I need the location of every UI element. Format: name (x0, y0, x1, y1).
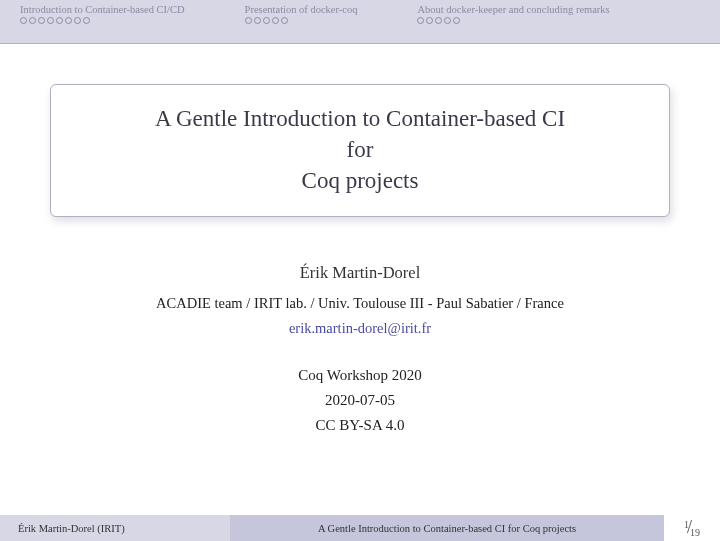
progress-dot[interactable] (245, 17, 252, 24)
event-date: 2020-07-05 (40, 392, 680, 409)
progress-dot[interactable] (435, 17, 442, 24)
title-line-1: A Gentle Introduction to Container-based… (65, 103, 655, 134)
progress-dot[interactable] (254, 17, 261, 24)
nav-section-2-label: Presentation of docker-coq (245, 4, 358, 15)
progress-dot[interactable] (417, 17, 424, 24)
progress-dot[interactable] (263, 17, 270, 24)
page-fraction: 1/19 (684, 517, 700, 538)
progress-dot[interactable] (29, 17, 36, 24)
event-block: Coq Workshop 2020 2020-07-05 CC BY-SA 4.… (40, 367, 680, 434)
nav-section-3[interactable]: About docker-keeper and concluding remar… (417, 4, 609, 43)
nav-section-3-label: About docker-keeper and concluding remar… (417, 4, 609, 15)
title-line-3: Coq projects (65, 165, 655, 196)
nav-section-1-label: Introduction to Container-based CI/CD (20, 4, 185, 15)
title-line-2: for (65, 134, 655, 165)
progress-dot[interactable] (453, 17, 460, 24)
progress-dot[interactable] (281, 17, 288, 24)
progress-dot[interactable] (74, 17, 81, 24)
footer-title: A Gentle Introduction to Container-based… (230, 515, 664, 541)
progress-dot[interactable] (426, 17, 433, 24)
progress-dot[interactable] (65, 17, 72, 24)
author-affiliation: ACADIE team / IRIT lab. / Univ. Toulouse… (40, 295, 680, 312)
slide-main: A Gentle Introduction to Container-based… (0, 44, 720, 434)
progress-dot[interactable] (20, 17, 27, 24)
progress-dot[interactable] (47, 17, 54, 24)
nav-section-1-dots (20, 17, 185, 24)
event-license: CC BY-SA 4.0 (40, 417, 680, 434)
author-name: Érik Martin-Dorel (40, 263, 680, 283)
author-email[interactable]: erik.martin-dorel@irit.fr (40, 320, 680, 337)
page-total: 19 (690, 528, 700, 539)
footer-pagenum: 1/19 (664, 515, 720, 541)
progress-dot[interactable] (38, 17, 45, 24)
event-venue: Coq Workshop 2020 (40, 367, 680, 384)
footer: Érik Martin-Dorel (IRIT) A Gentle Introd… (0, 515, 720, 541)
nav-section-1[interactable]: Introduction to Container-based CI/CD (20, 4, 185, 43)
progress-dot[interactable] (272, 17, 279, 24)
title-box: A Gentle Introduction to Container-based… (50, 84, 670, 217)
footer-author: Érik Martin-Dorel (IRIT) (0, 515, 230, 541)
nav-header: Introduction to Container-based CI/CD Pr… (0, 0, 720, 44)
nav-section-2-dots (245, 17, 358, 24)
nav-section-3-dots (417, 17, 609, 24)
progress-dot[interactable] (83, 17, 90, 24)
author-block: Érik Martin-Dorel ACADIE team / IRIT lab… (40, 263, 680, 337)
progress-dot[interactable] (444, 17, 451, 24)
nav-section-2[interactable]: Presentation of docker-coq (245, 4, 358, 43)
progress-dot[interactable] (56, 17, 63, 24)
